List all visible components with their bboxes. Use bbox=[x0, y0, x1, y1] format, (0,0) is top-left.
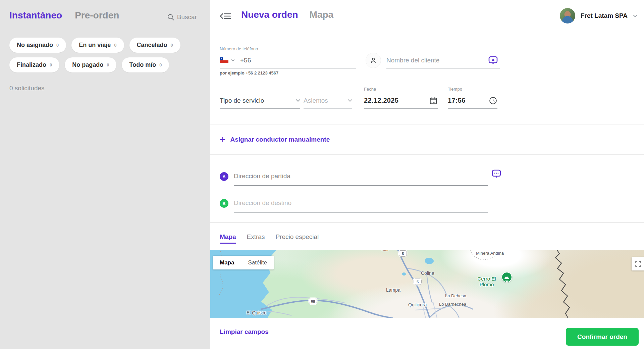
chip-label: Cancelado bbox=[137, 42, 167, 49]
divider bbox=[210, 124, 644, 124]
avatar bbox=[560, 8, 575, 23]
search-label: Buscar bbox=[177, 13, 197, 21]
chip-label: No pagado bbox=[72, 61, 103, 68]
route-shield-5: 5 bbox=[399, 250, 407, 257]
confirm-order-button[interactable]: Confirmar orden bbox=[566, 328, 639, 346]
plus-icon: + bbox=[220, 135, 226, 145]
tab-mapa-header[interactable]: Mapa bbox=[310, 9, 334, 20]
chip-count: 0 bbox=[171, 43, 173, 48]
time-label: Tiempo bbox=[448, 87, 497, 93]
chevron-down-icon bbox=[633, 14, 637, 17]
map-canvas[interactable]: Tiltil Minera Andina Colina Lampa Cerro … bbox=[210, 250, 644, 318]
map-label-cerro-el-plomo: Cerro El Plomo bbox=[472, 276, 501, 288]
chip-count: 0 bbox=[50, 62, 52, 67]
person-icon bbox=[366, 53, 381, 68]
phone-hint: por ejemplo +56 2 2123 4567 bbox=[220, 70, 356, 76]
dropoff-address-row: B bbox=[220, 194, 488, 213]
pickup-comment-icon[interactable] bbox=[491, 169, 501, 180]
panel-header: Nueva orden Mapa Fret Latam SPA bbox=[210, 0, 644, 32]
map-label-colina: Colina bbox=[421, 270, 434, 276]
country-code-selector[interactable] bbox=[220, 57, 235, 63]
phone-field-group: Número de teléfono por ejemplo +56 2 212… bbox=[220, 46, 356, 76]
tab-nueva-orden[interactable]: Nueva orden bbox=[241, 9, 298, 20]
account-menu[interactable]: Fret Latam SPA bbox=[560, 8, 637, 23]
map-label-el-quisco: El Quisco bbox=[247, 310, 267, 315]
chip-finalizado[interactable]: Finalizado 0 bbox=[9, 57, 59, 72]
tab-precio-especial[interactable]: Precio especial bbox=[275, 231, 319, 243]
map-roads bbox=[210, 250, 644, 318]
assign-driver-link[interactable]: + Asignar conductor manualmente bbox=[220, 132, 330, 148]
map-label-minera-andina: Minera Andina bbox=[476, 251, 504, 256]
date-field[interactable]: Fecha 22.12.2025 bbox=[364, 87, 438, 109]
divider bbox=[210, 222, 644, 223]
status-filter-chips: No asignado 0 En un viaje 0 Cancelado 0 … bbox=[9, 38, 193, 72]
chip-label: En un viaje bbox=[79, 42, 111, 49]
clock-icon[interactable] bbox=[489, 96, 497, 105]
dropoff-address-input[interactable] bbox=[234, 199, 488, 207]
service-type-placeholder: Tipo de servicio bbox=[220, 97, 296, 104]
new-order-panel: Nueva orden Mapa Fret Latam SPA Número d… bbox=[210, 0, 644, 349]
date-value: 22.12.2025 bbox=[364, 97, 429, 104]
chip-count: 0 bbox=[114, 43, 116, 48]
client-notes-icon[interactable] bbox=[488, 56, 498, 66]
tab-extras[interactable]: Extras bbox=[247, 231, 265, 243]
chevron-down-icon bbox=[296, 99, 300, 102]
collapse-menu-icon[interactable] bbox=[220, 11, 231, 21]
calendar-icon[interactable] bbox=[429, 96, 438, 105]
account-name: Fret Latam SPA bbox=[581, 12, 628, 19]
pickup-marker-badge: A bbox=[220, 172, 228, 181]
chevron-down-icon bbox=[348, 99, 352, 102]
chip-label: Finalizado bbox=[17, 61, 46, 68]
map-type-control: Mapa Satélite bbox=[213, 256, 274, 269]
map-label-la-dehesa: La Dehesa bbox=[445, 293, 466, 298]
pickup-address-input[interactable] bbox=[234, 172, 488, 180]
orders-sidebar: Instantáneo Pre-orden Buscar No asignado… bbox=[0, 0, 210, 349]
pickup-address-row: A bbox=[220, 167, 488, 186]
tab-instantaneo[interactable]: Instantáneo bbox=[9, 10, 62, 21]
clear-fields-link[interactable]: Limpiar campos bbox=[220, 328, 269, 336]
map-label-lampa: Lampa bbox=[386, 287, 400, 293]
route-shield-5: 5 bbox=[414, 279, 422, 285]
assign-driver-label: Asignar conductor manualmente bbox=[230, 136, 330, 143]
search-button[interactable]: Buscar bbox=[167, 13, 197, 21]
map-label-lo-barnechea: Lo Barnechea bbox=[439, 302, 466, 307]
divider bbox=[210, 154, 644, 155]
client-name-group bbox=[366, 46, 500, 68]
service-type-select[interactable]: Tipo de servicio bbox=[220, 87, 300, 109]
map-label-quilicura: Quilicura bbox=[408, 302, 427, 307]
mountain-peak-marker-icon bbox=[501, 272, 512, 283]
phone-input[interactable] bbox=[240, 57, 356, 64]
chip-todo-mio[interactable]: Todo mío 0 bbox=[122, 57, 169, 72]
form-actions: Limpiar campos Confirmar orden bbox=[210, 318, 644, 349]
search-icon bbox=[167, 13, 174, 21]
chip-label: No asignado bbox=[17, 42, 53, 49]
time-value: 17:56 bbox=[448, 97, 489, 104]
chip-count: 0 bbox=[159, 62, 162, 67]
map-label-tiltil: Tiltil bbox=[381, 250, 388, 252]
chip-cancelado[interactable]: Cancelado 0 bbox=[129, 38, 180, 53]
dropoff-marker-badge: B bbox=[220, 199, 228, 208]
header-tabs: Nueva orden Mapa bbox=[241, 9, 333, 20]
detail-tabs: Mapa Extras Precio especial bbox=[220, 231, 319, 243]
map-type-satellite-button[interactable]: Satélite bbox=[241, 256, 274, 269]
chip-count: 0 bbox=[56, 43, 59, 48]
chip-no-asignado[interactable]: No asignado 0 bbox=[9, 38, 66, 53]
chip-en-un-viaje[interactable]: En un viaje 0 bbox=[71, 38, 124, 53]
sidebar-tabs: Instantáneo Pre-orden bbox=[9, 10, 119, 21]
time-field[interactable]: Tiempo 17:56 bbox=[448, 87, 497, 109]
client-name-input[interactable] bbox=[386, 57, 500, 64]
route-shield-68: 68 bbox=[309, 298, 317, 304]
chip-label: Todo mío bbox=[129, 61, 156, 68]
requests-count: 0 solicitudes bbox=[9, 85, 45, 92]
seats-select[interactable]: Asientos bbox=[304, 87, 352, 109]
fullscreen-icon[interactable] bbox=[632, 257, 644, 270]
chile-flag-icon bbox=[220, 57, 228, 63]
seats-placeholder: Asientos bbox=[304, 97, 348, 104]
tab-pre-orden[interactable]: Pre-orden bbox=[75, 10, 119, 21]
chip-count: 0 bbox=[107, 62, 109, 67]
chip-no-pagado[interactable]: No pagado 0 bbox=[65, 57, 116, 72]
date-label: Fecha bbox=[364, 87, 438, 93]
map-type-map-button[interactable]: Mapa bbox=[213, 256, 241, 269]
phone-label: Número de teléfono bbox=[220, 46, 356, 52]
tab-mapa[interactable]: Mapa bbox=[220, 231, 236, 243]
